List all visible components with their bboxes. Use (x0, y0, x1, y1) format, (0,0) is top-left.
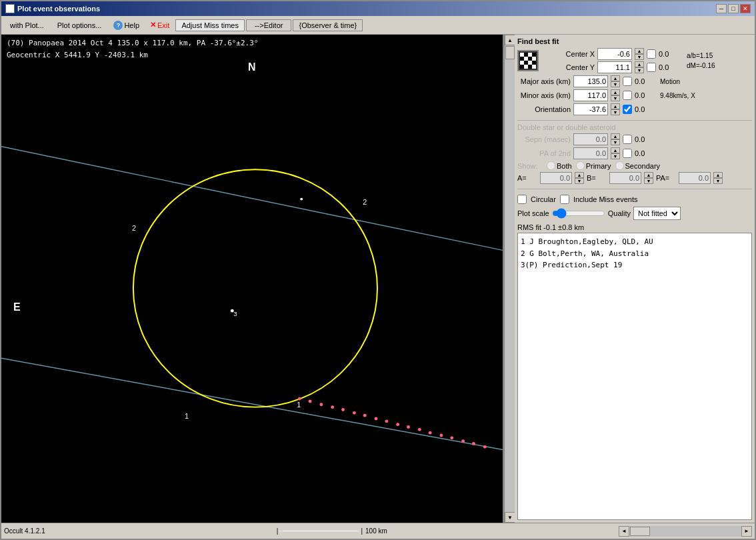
center-x-up[interactable]: ▲ (635, 48, 644, 54)
sepn-input[interactable] (573, 133, 608, 145)
major-axis-up[interactable]: ▲ (611, 75, 620, 81)
h-scrollbar[interactable]: ◄ ► (619, 526, 752, 537)
adjust-miss-button[interactable]: Adjust Miss times (175, 19, 245, 31)
svg-rect-31 (528, 53, 532, 57)
window-controls: ─ □ ✕ (716, 4, 751, 13)
close-button[interactable]: ✕ (740, 4, 751, 13)
major-axis-input[interactable] (573, 75, 608, 87)
exit-button[interactable]: ✕ Exit (145, 19, 174, 31)
pa-2nd-checkbox[interactable] (623, 149, 632, 158)
with-plot-button[interactable]: with Plot... (4, 19, 50, 31)
a-input[interactable] (540, 172, 572, 184)
pa-2nd-down[interactable]: ▼ (611, 153, 620, 159)
scroll-down-button[interactable]: ▼ (505, 512, 515, 523)
sepn-val: 0.0 (635, 135, 655, 143)
a-down[interactable]: ▼ (575, 178, 584, 184)
major-axis-checkbox[interactable] (623, 77, 632, 86)
b-up[interactable]: ▲ (644, 172, 653, 178)
pa-2nd-input[interactable] (573, 147, 608, 159)
major-axis-down[interactable]: ▼ (611, 81, 620, 87)
center-x-checkbox[interactable] (647, 49, 656, 59)
b-input[interactable] (609, 172, 641, 184)
h-scroll-thumb[interactable] (630, 527, 650, 536)
show-secondary-label[interactable]: Secondary (615, 161, 661, 170)
show-row: Show: Both Primary Secondary (517, 161, 752, 170)
orientation-checkbox[interactable] (623, 105, 632, 114)
show-primary-label[interactable]: Primary (576, 161, 611, 170)
help-button[interactable]: ? Help (109, 19, 144, 32)
sepn-checkbox[interactable] (623, 135, 632, 144)
center-y-down[interactable]: ▼ (635, 67, 644, 73)
show-radio-group: Both Primary Secondary (547, 161, 660, 170)
plot-area: (70) Panopaea 2014 Oct 4 135.0 x 117.0 k… (1, 35, 504, 523)
minor-axis-up[interactable]: ▲ (611, 89, 620, 95)
center-x-input[interactable] (597, 48, 632, 60)
show-secondary-radio[interactable] (615, 161, 624, 170)
find-best-fit-icon-row: Center X ▲ ▼ 0.0 Center Y (517, 48, 752, 73)
center-x-label: Center X (541, 50, 595, 58)
plot-scrollbar[interactable]: ▲ ▼ (504, 35, 515, 523)
b-down[interactable]: ▼ (644, 178, 653, 184)
svg-point-4 (298, 397, 301, 401)
orientation-input[interactable] (573, 103, 608, 115)
plot-options-button[interactable]: Plot options... (51, 19, 108, 31)
orientation-spinner[interactable]: ▲ ▼ (611, 103, 620, 115)
orientation-up[interactable]: ▲ (611, 103, 620, 109)
sepn-spinner[interactable]: ▲ ▼ (611, 133, 620, 145)
find-best-fit-button[interactable] (517, 50, 539, 71)
pa-2nd-spinner[interactable]: ▲ ▼ (611, 147, 620, 159)
scroll-thumb[interactable] (505, 46, 515, 59)
pa-down[interactable]: ▼ (713, 178, 723, 184)
circular-checkbox[interactable] (517, 195, 527, 204)
pa-2nd-up[interactable]: ▲ (611, 147, 620, 153)
obs-item-1: 1 J Broughton,Eagleby, QLD, AU (521, 236, 749, 248)
center-x-val: 0.0 (659, 50, 679, 58)
a-spinner[interactable]: ▲ ▼ (575, 172, 584, 184)
h-scroll-right-button[interactable]: ► (741, 526, 752, 537)
plot-scale-slider[interactable] (552, 208, 605, 219)
occult-version: Occult 4.1.2.1 (4, 527, 45, 535)
b-spinner[interactable]: ▲ ▼ (644, 172, 653, 184)
pa-up[interactable]: ▲ (713, 172, 723, 178)
a-label: A= (517, 174, 537, 182)
sepn-up[interactable]: ▲ (611, 133, 620, 139)
minor-axis-checkbox[interactable] (623, 91, 632, 100)
scale-line: | | 100 km (45, 527, 619, 535)
h-scroll-left-button[interactable]: ◄ (619, 526, 629, 537)
title-bar: ⊞ Plot event observations ─ □ ✕ (1, 1, 755, 16)
svg-point-17 (440, 434, 443, 437)
minimize-button[interactable]: ─ (716, 4, 727, 13)
minor-axis-down[interactable]: ▼ (611, 95, 620, 101)
svg-rect-38 (524, 61, 528, 65)
h-scroll-track[interactable] (629, 526, 741, 537)
pa-spinner[interactable]: ▲ ▼ (713, 172, 723, 184)
center-y-up[interactable]: ▲ (635, 61, 644, 67)
center-y-spinner[interactable]: ▲ ▼ (635, 61, 644, 73)
center-x-spinner[interactable]: ▲ ▼ (635, 48, 644, 60)
scroll-track[interactable] (505, 45, 515, 512)
show-both-label[interactable]: Both (547, 161, 572, 170)
include-miss-checkbox[interactable] (560, 195, 569, 204)
editor-button[interactable]: -->Editor (246, 19, 292, 31)
minor-axis-input[interactable] (573, 89, 608, 101)
center-y-input[interactable] (597, 61, 632, 73)
observer-time-button[interactable]: {Observer & time} (293, 19, 363, 31)
orientation-down[interactable]: ▼ (611, 109, 620, 115)
scroll-up-button[interactable]: ▲ (505, 35, 515, 45)
show-primary-radio[interactable] (576, 161, 585, 170)
svg-rect-34 (524, 57, 528, 61)
maximize-button[interactable]: □ (728, 4, 739, 13)
major-axis-spinner[interactable]: ▲ ▼ (611, 75, 620, 87)
minor-axis-spinner[interactable]: ▲ ▼ (611, 89, 620, 101)
svg-point-12 (385, 419, 388, 423)
center-y-checkbox[interactable] (647, 63, 656, 72)
a-up[interactable]: ▲ (575, 172, 584, 178)
main-content: (70) Panopaea 2014 Oct 4 135.0 x 117.0 k… (1, 35, 755, 523)
sepn-down[interactable]: ▼ (611, 139, 620, 145)
quality-select[interactable]: Not fitted Good Fair Poor (633, 207, 681, 220)
pa-input[interactable] (679, 172, 711, 184)
center-x-down[interactable]: ▼ (635, 54, 644, 60)
double-star-label: Double star or double asteroid (517, 123, 752, 131)
sepn-label: Sepn (masec) (517, 135, 571, 143)
show-both-radio[interactable] (547, 161, 555, 170)
